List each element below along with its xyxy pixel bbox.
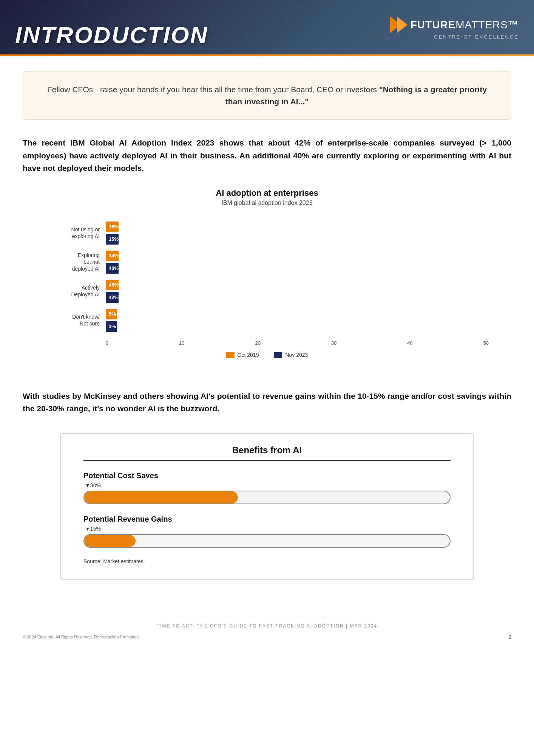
chart-bar-navy-4: 3% — [106, 321, 117, 332]
chart-container: Not using orexploring AI 16% 15% — [45, 218, 489, 373]
logo: FutureMatters™ Centre of Excellence — [390, 17, 519, 40]
legend-label-orange: Oct 2019 — [238, 352, 259, 358]
legend-item-orange: Oct 2019 — [226, 352, 259, 358]
chart-bar-navy-3: 42% — [106, 292, 119, 303]
axis-tick-0: 0 — [106, 340, 108, 346]
chart-bar-row-navy-2: 40% — [106, 263, 489, 274]
chart-legend: Oct 2019 Nov 2023 — [45, 352, 489, 358]
logo-text: FutureMatters™ — [411, 19, 519, 31]
chart-section: AI adoption at enterprises IBM global ai… — [45, 188, 489, 373]
logo-tagline: Centre of Excellence — [434, 34, 519, 40]
benefit-cost-bar-fill — [84, 491, 238, 503]
chart-bar-label-navy-2: 40% — [109, 265, 119, 271]
chart-bar-orange-2: 34% — [106, 251, 119, 261]
chart-bar-row-orange-4: 5% — [106, 309, 489, 319]
benefit-revenue-bar-container — [83, 534, 451, 548]
chart-bar-row-navy-1: 15% — [106, 234, 489, 245]
chart-label-3: ActivelyDeployed AI — [45, 284, 106, 298]
chart-row-group-4: Don't know/Not sure 5% 3% — [45, 309, 489, 332]
header-accent-line — [0, 54, 534, 56]
chart-bar-label-orange-3: 45% — [109, 282, 119, 288]
axis-tick-10: 10 — [179, 340, 184, 346]
chart-label-2: Exploringbut notdeployed AI — [45, 252, 106, 273]
chart-subtitle: IBM global ai adoption index 2023 — [45, 200, 489, 206]
chart-row-group-3: ActivelyDeployed AI 45% 42% — [45, 280, 489, 303]
legend-color-orange — [226, 352, 235, 358]
benefit-cost-bar-container — [83, 491, 451, 504]
benefits-section: Benefits from AI Potential Cost Saves ▼3… — [60, 433, 474, 580]
page-title: INTRODUCTION — [15, 22, 208, 48]
chart-bar-row-orange-1: 16% — [106, 222, 489, 232]
axis-tick-50: 50 — [483, 340, 488, 346]
axis-ticks: 0 10 20 30 40 50 — [106, 338, 489, 346]
chart-bars-3: 45% 42% — [106, 280, 489, 303]
footer-tagline: TIME TO ACT: THE CFO'S GUIDE TO FAST-TRA… — [23, 623, 511, 629]
body-paragraph-1: The recent IBM Global AI Adoption Index … — [23, 136, 511, 175]
chart-row-group-2: Exploringbut notdeployed AI 34% 40% — [45, 251, 489, 274]
chart-bar-label-orange-4: 5% — [109, 311, 116, 317]
benefit-cost-pct: ▼30% — [85, 482, 451, 488]
chart-bar-row-navy-4: 3% — [106, 321, 489, 332]
benefit-cost-label: Potential Cost Saves — [83, 471, 451, 480]
benefit-item-cost: Potential Cost Saves ▼30% — [83, 471, 451, 504]
chart-bar-navy-2: 40% — [106, 263, 119, 274]
chart-bar-orange-4: 5% — [106, 309, 117, 319]
benefit-revenue-bar-fill — [84, 535, 136, 547]
chart-bar-orange-1: 16% — [106, 222, 119, 232]
axis-tick-20: 20 — [255, 340, 260, 346]
chart-bar-row-navy-3: 42% — [106, 292, 489, 303]
logo-arrow-icon-2 — [397, 17, 407, 33]
axis-tick-40: 40 — [407, 340, 412, 346]
chart-bar-row-orange-3: 45% — [106, 280, 489, 290]
footer-page-number: 2 — [508, 634, 511, 640]
footer-top: TIME TO ACT: THE CFO'S GUIDE TO FAST-TRA… — [0, 618, 534, 631]
chart-bar-orange-3: 45% — [106, 280, 119, 290]
footer-copyright: © 2024 Elevandi. All Rights Reserved. Re… — [23, 635, 140, 639]
chart-bar-navy-1: 15% — [106, 234, 119, 245]
benefit-item-revenue: Potential Revenue Gains ▼15% — [83, 515, 451, 548]
chart-bar-label-orange-2: 34% — [109, 253, 119, 259]
header: INTRODUCTION FutureMatters™ Centre of Ex… — [0, 0, 534, 56]
body-paragraph-2: With studies by McKinsey and others show… — [23, 390, 511, 415]
footer-bottom: © 2024 Elevandi. All Rights Reserved. Re… — [0, 631, 534, 643]
logo-arrows — [390, 17, 407, 33]
benefit-revenue-label: Potential Revenue Gains — [83, 515, 451, 524]
axis-tick-30: 30 — [331, 340, 336, 346]
benefits-title: Benefits from AI — [83, 445, 451, 461]
legend-label-navy: Nov 2023 — [285, 352, 308, 358]
benefits-source: Source: Market estimates — [83, 558, 451, 564]
chart-bar-label-navy-1: 15% — [109, 236, 119, 242]
chart-label-4: Don't know/Not sure — [45, 313, 106, 327]
main-content: Fellow CFOs - raise your hands if you he… — [0, 56, 534, 610]
chart-bar-label-orange-1: 16% — [109, 224, 119, 229]
chart-bars-2: 34% 40% — [106, 251, 489, 274]
intro-box-text: Fellow CFOs - raise your hands if you he… — [46, 84, 488, 107]
chart-bars-1: 16% 15% — [106, 222, 489, 245]
intro-box: Fellow CFOs - raise your hands if you he… — [23, 71, 511, 120]
legend-color-navy — [274, 352, 282, 358]
chart-x-axis: 0 10 20 30 40 50 — [106, 338, 489, 346]
chart-bar-label-navy-4: 3% — [109, 324, 116, 329]
chart-label-1: Not using orexploring AI — [45, 226, 106, 240]
chart-row-group-1: Not using orexploring AI 16% 15% — [45, 222, 489, 245]
chart-bars-4: 5% 3% — [106, 309, 489, 332]
chart-bar-row-orange-2: 34% — [106, 251, 489, 261]
benefit-revenue-pct: ▼15% — [85, 526, 451, 532]
chart-bar-label-navy-3: 42% — [109, 294, 119, 300]
chart-title: AI adoption at enterprises — [45, 188, 489, 198]
legend-item-navy: Nov 2023 — [274, 352, 308, 358]
